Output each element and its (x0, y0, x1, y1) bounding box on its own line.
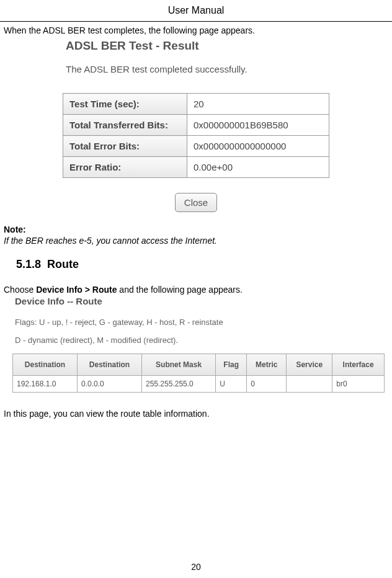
note-text: If the BER reaches e-5, you cannot acces… (4, 236, 388, 246)
table-row: Total Transferred Bits: 0x000000001B69B5… (63, 115, 329, 136)
route-col-header: Destination (13, 354, 78, 376)
choose-prefix: Choose (4, 285, 36, 295)
ber-label: Total Error Bits: (63, 136, 187, 157)
page-content: When the ADSL BER test completes, the fo… (0, 25, 392, 419)
ber-screenshot: ADSL BER Test - Result The ADSL BER test… (4, 39, 388, 212)
table-row: 192.168.1.0 0.0.0.0 255.255.255.0 U 0 br… (13, 376, 385, 393)
ber-success-text: The ADSL BER test completed successfully… (4, 64, 388, 74)
ber-label: Error Ratio: (63, 157, 187, 178)
ber-label: Test Time (sec): (63, 94, 187, 115)
ber-value: 20 (187, 94, 329, 115)
table-header-row: Destination Destination Subnet Mask Flag… (13, 354, 385, 376)
section-title: Route (47, 258, 79, 270)
route-col-header: Interface (332, 354, 385, 376)
ber-label: Total Transferred Bits: (63, 115, 187, 136)
view-text: In this page, you can view the route tab… (4, 409, 388, 419)
route-col-header: Subnet Mask (142, 354, 216, 376)
route-flags-line2: D - dynamic (redirect), M - modified (re… (4, 336, 388, 345)
choose-text: Choose Device Info > Route and the follo… (4, 285, 388, 295)
section-heading: 5.1.8Route (16, 258, 388, 271)
route-col-header: Service (287, 354, 332, 376)
table-row: Test Time (sec): 20 (63, 94, 329, 115)
route-screenshot: Device Info -- Route Flags: U - up, ! - … (4, 296, 388, 393)
route-col-header: Metric (247, 354, 287, 376)
route-col-header: Destination (78, 354, 142, 376)
route-cell: 192.168.1.0 (13, 376, 78, 393)
route-col-header: Flag (216, 354, 247, 376)
section-number: 5.1.8 (16, 258, 41, 270)
ber-value: 0.00e+00 (187, 157, 329, 178)
route-cell: U (216, 376, 247, 393)
close-button[interactable]: Close (175, 193, 217, 212)
table-row: Total Error Bits: 0x0000000000000000 (63, 136, 329, 157)
ber-value: 0x000000001B69B580 (187, 115, 329, 136)
route-header: Device Info -- Route (4, 296, 388, 306)
note-label: Note: (4, 225, 388, 234)
route-cell (287, 376, 332, 393)
choose-suffix: and the following page appears. (117, 285, 242, 295)
route-cell: 255.255.255.0 (142, 376, 216, 393)
page-number: 20 (0, 562, 392, 572)
route-flags-line1: Flags: U - up, ! - reject, G - gateway, … (4, 318, 388, 327)
route-cell: 0.0.0.0 (78, 376, 142, 393)
page-header-title: User Manual (0, 0, 392, 22)
route-cell: 0 (247, 376, 287, 393)
route-cell: br0 (332, 376, 385, 393)
choose-bold: Device Info > Route (36, 285, 117, 295)
intro-text: When the ADSL BER test completes, the fo… (4, 25, 388, 35)
ber-title: ADSL BER Test - Result (4, 39, 388, 53)
table-row: Error Ratio: 0.00e+00 (63, 157, 329, 178)
ber-result-table: Test Time (sec): 20 Total Transferred Bi… (63, 93, 329, 178)
ber-value: 0x0000000000000000 (187, 136, 329, 157)
route-table: Destination Destination Subnet Mask Flag… (12, 353, 385, 393)
